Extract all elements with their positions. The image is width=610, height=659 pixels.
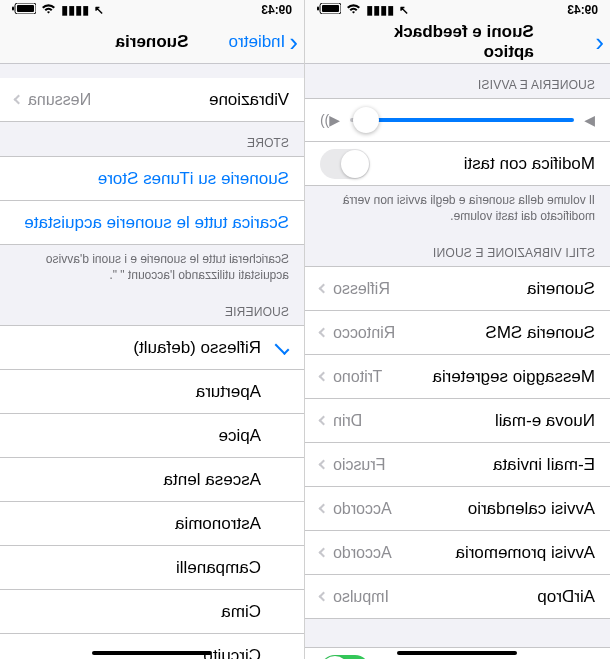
sound-row[interactable]: Avvisi calendarioAccordo — [305, 487, 610, 531]
sound-row-value: Accordo — [320, 544, 392, 562]
toggle-switch[interactable] — [320, 655, 370, 659]
tone-row[interactable]: Apertura — [0, 370, 304, 414]
location-icon: ↗ — [399, 3, 409, 17]
store-link[interactable]: Scarica tutte le suonerie acquistate — [0, 201, 304, 245]
chevron-right-icon — [319, 284, 329, 294]
store-links: Suonerie su iTunes StoreScarica tutte le… — [0, 156, 304, 245]
check-icon — [275, 340, 290, 355]
tone-row[interactable]: Apice — [0, 414, 304, 458]
store-link[interactable]: Suonerie su iTunes Store — [0, 157, 304, 201]
tone-list: Riflesso (default)AperturaApiceAscesa le… — [0, 325, 304, 659]
page-title: Suoneria — [116, 32, 189, 52]
status-bar: 09:43 ↗ ▮▮▮▮ — [305, 0, 610, 20]
navbar: ‹ Suoni e feedback aptico — [305, 20, 610, 64]
change-with-buttons-switch[interactable] — [320, 149, 370, 179]
chevron-right-icon — [319, 460, 329, 470]
sound-row[interactable]: Avvisi promemoriaAccordo — [305, 531, 610, 575]
tone-name: Apertura — [196, 382, 261, 402]
tone-name: Ascesa lenta — [164, 470, 261, 490]
sound-row[interactable]: Suoneria SMSRintocco — [305, 311, 610, 355]
battery-icon — [317, 3, 341, 17]
vibration-value: Nessuna — [15, 91, 91, 109]
tone-row[interactable]: Cima — [0, 590, 304, 634]
sound-row-value: Drin — [320, 412, 362, 430]
speaker-low-icon: ▶ — [584, 112, 595, 128]
tone-row[interactable]: Circuito — [0, 634, 304, 659]
section-ringer: SUONERIA E AVVISI — [305, 64, 610, 98]
svg-rect-1 — [322, 5, 339, 12]
sound-row-label: Suoneria SMS — [485, 323, 595, 343]
sound-row-label: Avvisi calendario — [468, 499, 595, 519]
wifi-icon — [41, 3, 56, 17]
tone-row[interactable]: Riflesso (default) — [0, 326, 304, 370]
sound-row-value: Accordo — [320, 500, 392, 518]
store-link-label: Scarica tutte le suonerie acquistate — [24, 213, 289, 233]
tone-name: Astronomia — [175, 514, 261, 534]
sound-rows: SuoneriaRiflessoSuoneria SMSRintoccoMess… — [305, 266, 610, 619]
volume-slider[interactable] — [350, 118, 574, 122]
status-icons: ↗ ▮▮▮▮ — [12, 3, 104, 17]
store-link-label: Suonerie su iTunes Store — [98, 169, 289, 189]
tone-row[interactable]: Astronomia — [0, 502, 304, 546]
sound-row-label: AirDrop — [537, 587, 595, 607]
section-tones: SUONERIE — [0, 291, 304, 325]
signal-icon: ▮▮▮▮ — [61, 3, 89, 17]
svg-rect-4 — [17, 5, 34, 12]
screen-sounds: 09:43 ↗ ▮▮▮▮ ‹ Suoni e feedback aptico S… — [305, 0, 610, 659]
home-indicator — [92, 651, 212, 655]
sound-row-value: Tritono — [320, 368, 382, 386]
status-time: 09:43 — [567, 3, 598, 17]
change-with-buttons-row: Modifica con tasti — [305, 142, 610, 186]
back-label: Indietro — [229, 32, 286, 52]
status-time: 09:43 — [261, 3, 292, 17]
tone-name: Campanelli — [176, 558, 261, 578]
footer-buttons: Il volume della suoneria e degli avvisi … — [305, 186, 610, 232]
vibration-row[interactable]: Vibrazione Nessuna — [0, 78, 304, 122]
home-indicator — [398, 651, 518, 655]
signal-icon: ▮▮▮▮ — [366, 3, 394, 17]
sound-row-value: Impulso — [320, 588, 389, 606]
wifi-icon — [346, 3, 361, 17]
chevron-right-icon — [319, 372, 329, 382]
sound-row-value: Fruscio — [320, 456, 385, 474]
sound-row[interactable]: Nuova e-mailDrin — [305, 399, 610, 443]
svg-rect-2 — [317, 7, 319, 11]
sound-row[interactable]: AirDropImpulso — [305, 575, 610, 619]
page-title: Suoni e feedback aptico — [381, 22, 534, 62]
change-with-buttons-label: Modifica con tasti — [464, 154, 595, 174]
tone-name: Circuito — [203, 646, 261, 659]
sound-row-label: Suoneria — [527, 279, 595, 299]
chevron-right-icon — [319, 416, 329, 426]
chevron-right-icon — [319, 504, 329, 514]
navbar: ‹ Indietro Suoneria — [0, 20, 304, 64]
sound-row-label: Nuova e-mail — [495, 411, 595, 431]
tone-name: Riflesso (default) — [133, 338, 261, 358]
status-bar: 09:43 ↗ ▮▮▮▮ — [0, 0, 304, 20]
tone-row[interactable]: Ascesa lenta — [0, 458, 304, 502]
speaker-high-icon: ◀)) — [320, 112, 340, 128]
chevron-right-icon — [319, 548, 329, 558]
sound-row-label: E-mail inviata — [493, 455, 595, 475]
sound-row-label: Avvisi promemoria — [455, 543, 595, 563]
chevron-right-icon — [14, 95, 24, 105]
location-icon: ↗ — [94, 3, 104, 17]
screen-ringtone: 09:43 ↗ ▮▮▮▮ ‹ Indietro Suoneria — [0, 0, 305, 659]
tone-name: Apice — [218, 426, 261, 446]
status-icons: ↗ ▮▮▮▮ — [317, 3, 409, 17]
tone-name: Cima — [221, 602, 261, 622]
sound-row-value: Rintocco — [320, 324, 395, 342]
sound-row[interactable]: E-mail inviataFruscio — [305, 443, 610, 487]
sound-row[interactable]: SuoneriaRiflesso — [305, 267, 610, 311]
content: Vibrazione Nessuna STORE Suonerie su iTu… — [0, 64, 304, 659]
sound-row[interactable]: Messaggio segreteriaTritono — [305, 355, 610, 399]
slider-thumb[interactable] — [353, 107, 379, 133]
chevron-right-icon — [319, 592, 329, 602]
chevron-right-icon — [319, 328, 329, 338]
section-styles: STILI VIBRAZIONE E SUONI — [305, 232, 610, 266]
tone-row[interactable]: Campanelli — [0, 546, 304, 590]
vibration-label: Vibrazione — [209, 90, 289, 110]
sound-row-value: Riflesso — [320, 280, 390, 298]
battery-icon — [12, 3, 36, 17]
back-button[interactable]: ‹ Indietro — [229, 32, 304, 52]
section-store: STORE — [0, 122, 304, 156]
